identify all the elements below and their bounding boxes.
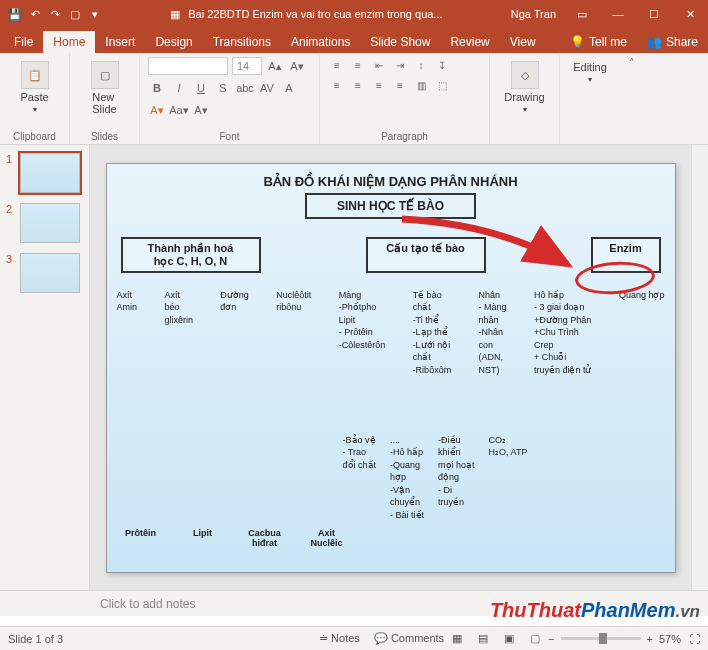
normal-view-icon[interactable]: ▦ — [446, 630, 468, 648]
thumbnail-2[interactable]: 2 — [0, 201, 89, 245]
minimize-icon[interactable]: — — [600, 0, 636, 28]
numbering-button[interactable]: ≡ — [349, 57, 367, 73]
new-slide-button[interactable]: ▢ New Slide — [78, 57, 131, 119]
font-family-select[interactable] — [148, 57, 228, 75]
collapse-ribbon-icon[interactable]: ˄ — [629, 57, 635, 70]
zoom-out-icon[interactable]: − — [548, 633, 554, 645]
zoom-level[interactable]: 57% — [659, 633, 681, 645]
zoom-in-icon[interactable]: + — [647, 633, 653, 645]
notes-toggle[interactable]: ≐ Notes — [319, 632, 360, 645]
font-size-select[interactable]: 14 — [232, 57, 262, 75]
fit-window-icon[interactable]: ⛶ — [689, 633, 700, 645]
align-left-button[interactable]: ≡ — [328, 77, 346, 93]
tab-transitions[interactable]: Transitions — [203, 31, 281, 53]
col-hohap: Hô hấp - 3 giai đoạn +Đường Phân +Chu Tr… — [534, 289, 592, 377]
line-spacing-button[interactable]: ↕ — [412, 57, 430, 73]
quick-access-toolbar: 💾 ↶ ↷ ▢ ▾ — [0, 7, 110, 21]
shadow-button[interactable]: abc — [236, 79, 254, 97]
col-duong-don: Đường đơn — [220, 289, 249, 377]
sorter-view-icon[interactable]: ▤ — [472, 630, 494, 648]
tab-animations[interactable]: Animations — [281, 31, 360, 53]
share-icon: 👥 — [647, 35, 662, 49]
slide-content[interactable]: BẢN ĐỒ KHÁI NIỆM DẠNG PHÂN NHÁNH SINH HỌ… — [106, 163, 676, 573]
title-text: Bai 22BDTD Enzim va vai tro cua enzim tr… — [188, 8, 442, 20]
leaf-lipit: Lipit — [179, 528, 227, 548]
indent-decrease-button[interactable]: ⇤ — [370, 57, 388, 73]
decrease-font-icon[interactable]: A▾ — [288, 57, 306, 75]
slide-counter[interactable]: Slide 1 of 3 — [8, 633, 63, 645]
group-paragraph: ≡ ≡ ⇤ ⇥ ↕ ↧ ≡ ≡ ≡ ≡ ▥ ⬚ Paragraph — [320, 53, 490, 144]
drawing-label — [498, 129, 551, 144]
italic-button[interactable]: I — [170, 79, 188, 97]
tab-design[interactable]: Design — [145, 31, 202, 53]
tab-home[interactable]: Home — [43, 31, 95, 53]
text-direction-button[interactable]: ↧ — [433, 57, 451, 73]
powerpoint-icon: ▦ — [170, 8, 180, 21]
paste-icon: 📋 — [21, 61, 49, 89]
leaf-cacbua: Cacbua hiđrat — [241, 528, 289, 548]
underline-button[interactable]: U — [192, 79, 210, 97]
group-editing: Editing▾ — [560, 53, 620, 144]
slide-canvas[interactable]: BẢN ĐỒ KHÁI NIỆM DẠNG PHÂN NHÁNH SINH HỌ… — [90, 145, 691, 590]
ribbon-options-icon[interactable]: ▭ — [564, 0, 600, 28]
branch-2: Cấu tạo tế bào — [366, 237, 486, 273]
comments-toggle[interactable]: 💬 Comments — [374, 632, 444, 645]
tab-slideshow[interactable]: Slide Show — [360, 31, 440, 53]
user-name[interactable]: Nga Tran — [503, 8, 564, 20]
maximize-icon[interactable]: ☐ — [636, 0, 672, 28]
align-right-button[interactable]: ≡ — [370, 77, 388, 93]
align-center-button[interactable]: ≡ — [349, 77, 367, 93]
columns-button[interactable]: ▥ — [412, 77, 430, 93]
tab-view[interactable]: View — [500, 31, 546, 53]
change-case-button[interactable]: Aa▾ — [170, 101, 188, 119]
thumbnail-3[interactable]: 3 — [0, 251, 89, 295]
status-bar: Slide 1 of 3 ≐ Notes 💬 Comments ▦ ▤ ▣ ▢ … — [0, 626, 708, 650]
start-from-beginning-icon[interactable]: ▢ — [68, 7, 82, 21]
justify-button[interactable]: ≡ — [391, 77, 409, 93]
editing-label — [568, 129, 612, 144]
indent-increase-button[interactable]: ⇥ — [391, 57, 409, 73]
close-icon[interactable]: ✕ — [672, 0, 708, 28]
bold-button[interactable]: B — [148, 79, 166, 97]
redo-icon[interactable]: ↷ — [48, 7, 62, 21]
reading-view-icon[interactable]: ▣ — [498, 630, 520, 648]
notes-placeholder: Click to add notes — [100, 597, 195, 611]
undo-icon[interactable]: ↶ — [28, 7, 42, 21]
thumbnail-1[interactable]: 1 — [0, 151, 89, 195]
clear-format-icon[interactable]: A — [280, 79, 298, 97]
tab-insert[interactable]: Insert — [95, 31, 145, 53]
share-button[interactable]: 👥Share — [637, 31, 708, 53]
col-nucleotit: Nuclêôtit ribônu — [276, 289, 311, 377]
font-color-button[interactable]: A▾ — [148, 101, 166, 119]
mid-hohap: .... -Hô hấp -Quang hợp -Vận chuyển - Bà… — [390, 434, 424, 522]
bullets-button[interactable]: ≡ — [328, 57, 346, 73]
columns-row: Axít Amin Axít béo glixêrin Đường đơn Nu… — [115, 289, 667, 377]
mid-baove: -Bảo vệ - Trao đổi chất — [343, 434, 377, 522]
editing-button[interactable]: Editing▾ — [568, 57, 612, 88]
new-slide-icon: ▢ — [91, 61, 119, 89]
tab-file[interactable]: File — [4, 31, 43, 53]
highlight-button[interactable]: A▾ — [192, 101, 210, 119]
paragraph-label: Paragraph — [328, 129, 481, 144]
tell-me-search[interactable]: 💡Tell me — [560, 31, 637, 53]
root-node: SINH HỌC TẾ BÀO — [305, 193, 476, 219]
col-axit-amin: Axít Amin — [117, 289, 138, 377]
spacing-button[interactable]: AV — [258, 79, 276, 97]
save-icon[interactable]: 💾 — [8, 7, 22, 21]
smartart-button[interactable]: ⬚ — [433, 77, 451, 93]
vertical-scrollbar[interactable] — [691, 145, 708, 590]
ribbon: 📋 Paste ▾ Clipboard ▢ New Slide Slides 1… — [0, 53, 708, 145]
col-mang: Màng -Phốtpho Lipit - Prôtêin -Côlestêrô… — [339, 289, 386, 377]
tab-review[interactable]: Review — [440, 31, 499, 53]
drawing-button[interactable]: ◇ Drawing▾ — [498, 57, 551, 118]
font-label: Font — [148, 129, 311, 144]
zoom-slider[interactable] — [561, 637, 641, 640]
paste-button[interactable]: 📋 Paste ▾ — [8, 57, 61, 118]
slideshow-view-icon[interactable]: ▢ — [524, 630, 546, 648]
group-slides: ▢ New Slide Slides — [70, 53, 140, 144]
increase-font-icon[interactable]: A▴ — [266, 57, 284, 75]
shapes-icon: ◇ — [511, 61, 539, 89]
lightbulb-icon: 💡 — [570, 35, 585, 49]
qat-more-icon[interactable]: ▾ — [88, 7, 102, 21]
strikethrough-button[interactable]: S — [214, 79, 232, 97]
